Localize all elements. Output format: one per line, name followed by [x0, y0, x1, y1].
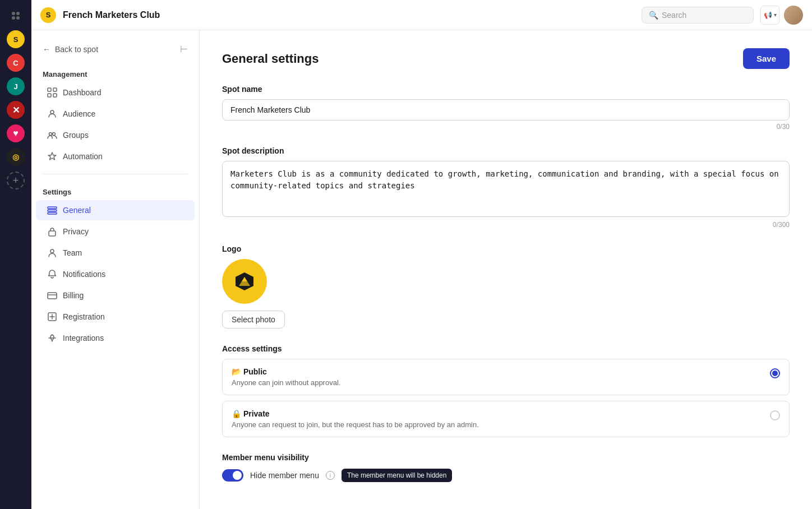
sidebar-item-label: Audience: [63, 109, 95, 118]
registration-icon: [47, 312, 57, 322]
settings-section-label: Settings: [31, 181, 199, 200]
chevron-down-icon: ▾: [774, 12, 777, 18]
public-option-desc: Anyone can join without approval.: [232, 378, 763, 387]
search-placeholder: Search: [662, 11, 686, 20]
spot-description-char-count: 0/300: [222, 221, 790, 229]
header-logo: S: [40, 7, 56, 23]
logo-label: Logo: [222, 244, 790, 253]
access-settings-section: Access settings 📂 Public Anyone can join…: [222, 344, 790, 437]
workspace-j[interactable]: J: [7, 77, 25, 95]
management-section-label: Management: [31, 63, 199, 82]
general-icon: [47, 205, 57, 215]
sidebar-item-label: Automation: [63, 152, 103, 161]
sidebar-item-billing[interactable]: Billing: [36, 285, 195, 306]
speaker-icon: 📢: [764, 11, 772, 19]
sidebar-item-label: Privacy: [63, 227, 89, 236]
sidebar-item-notifications[interactable]: Notifications: [36, 264, 195, 284]
spot-description-section: Spot description 0/300: [222, 146, 790, 229]
notifications-icon: [47, 269, 57, 279]
svg-rect-13: [48, 212, 57, 214]
svg-rect-7: [53, 94, 57, 97]
sidebar-divider: [43, 174, 188, 174]
sidebar-item-label: Groups: [63, 131, 89, 140]
user-avatar[interactable]: [784, 6, 803, 25]
svg-point-0: [12, 12, 15, 15]
workspace-circle[interactable]: ◎: [7, 148, 25, 166]
top-header: S French Marketers Club 🔍 Search 📢 ▾: [31, 0, 812, 30]
svg-rect-5: [53, 88, 57, 91]
private-option-title: 🔒 Private: [232, 409, 763, 418]
search-icon: 🔍: [649, 11, 658, 20]
sidebar-item-label: Notifications: [63, 270, 105, 279]
info-icon[interactable]: i: [326, 471, 335, 480]
automation-icon: [47, 151, 57, 161]
spot-name-section: Spot name 0/30: [222, 85, 790, 131]
spot-description-textarea[interactable]: [222, 161, 790, 217]
svg-rect-11: [48, 207, 57, 209]
toggle-knob: [233, 471, 242, 480]
svg-rect-14: [49, 231, 56, 236]
sidebar-collapse-button[interactable]: ⊢: [180, 44, 188, 54]
sidebar-item-label: Registration: [63, 312, 105, 321]
back-arrow-icon: ←: [43, 45, 50, 54]
back-to-spot-link[interactable]: ← Back to spot ⊢: [31, 39, 199, 59]
workspace-x[interactable]: ✕: [7, 101, 25, 119]
public-option-title: 📂 Public: [232, 367, 763, 376]
member-menu-label: Member menu visibility: [222, 453, 790, 462]
groups-icon: [47, 130, 57, 140]
sidebar-item-label: General: [63, 206, 91, 215]
access-option-public[interactable]: 📂 Public Anyone can join without approva…: [222, 359, 790, 395]
main-content-panel: General settings Save Spot name 0/30 Spo…: [200, 30, 812, 509]
sidebar-item-general[interactable]: General: [36, 200, 195, 220]
toggle-row: Hide member menu i The member menu will …: [222, 469, 790, 482]
spot-name-char-count: 0/30: [222, 123, 790, 131]
sidebar-item-label: Dashboard: [63, 88, 101, 97]
icon-bar: S C J ✕ ♥ ◎ +: [0, 0, 31, 509]
sidebar-item-dashboard[interactable]: Dashboard: [36, 82, 195, 103]
spot-name-input[interactable]: [222, 99, 790, 121]
svg-point-10: [53, 133, 56, 136]
sidebar: ← Back to spot ⊢ Management Dashbo: [31, 30, 200, 509]
svg-point-8: [50, 110, 54, 114]
privacy-icon: [47, 226, 57, 237]
access-option-private[interactable]: 🔒 Private Anyone can request to join, bu…: [222, 401, 790, 437]
hide-member-menu-toggle[interactable]: [222, 469, 243, 482]
workspace-c[interactable]: C: [7, 54, 25, 72]
svg-point-1: [16, 12, 20, 15]
svg-point-2: [12, 16, 15, 20]
svg-rect-6: [48, 94, 51, 97]
select-photo-button[interactable]: Select photo: [222, 311, 285, 328]
sidebar-item-privacy[interactable]: Privacy: [36, 221, 195, 242]
page-title-row: General settings Save: [222, 48, 790, 69]
svg-point-9: [49, 133, 52, 136]
audience-icon: [47, 109, 57, 119]
svg-rect-4: [48, 88, 51, 91]
sidebar-item-automation[interactable]: Automation: [36, 146, 195, 166]
private-radio[interactable]: [770, 410, 780, 420]
sidebar-item-label: Billing: [63, 291, 84, 300]
svg-rect-12: [48, 210, 57, 211]
sidebar-item-label: Integrations: [63, 334, 104, 343]
workspace-s[interactable]: S: [7, 30, 25, 48]
spot-description-label: Spot description: [222, 146, 790, 155]
sidebar-item-registration[interactable]: Registration: [36, 307, 195, 327]
svg-rect-16: [48, 293, 57, 299]
sidebar-item-audience[interactable]: Audience: [36, 104, 195, 124]
save-button[interactable]: Save: [743, 48, 790, 69]
sidebar-item-groups[interactable]: Groups: [36, 125, 195, 145]
access-settings-label: Access settings: [222, 344, 790, 353]
private-option-desc: Anyone can request to join, but the requ…: [232, 420, 763, 429]
member-menu-tooltip: The member menu will be hidden: [342, 469, 452, 482]
sidebar-item-integrations[interactable]: Integrations: [36, 328, 195, 348]
app-logo-icon[interactable]: [7, 7, 25, 25]
workspace-heart[interactable]: ♥: [7, 124, 25, 142]
svg-point-15: [50, 249, 54, 253]
logo-section: Logo Select photo: [222, 244, 790, 328]
public-radio[interactable]: [770, 368, 780, 378]
sidebar-item-label: Team: [63, 248, 82, 257]
notifications-btn[interactable]: 📢 ▾: [760, 6, 779, 25]
header-right-actions: 📢 ▾: [760, 6, 803, 25]
add-workspace-button[interactable]: +: [7, 172, 25, 189]
sidebar-item-team[interactable]: Team: [36, 243, 195, 263]
search-box[interactable]: 🔍 Search: [642, 7, 754, 24]
